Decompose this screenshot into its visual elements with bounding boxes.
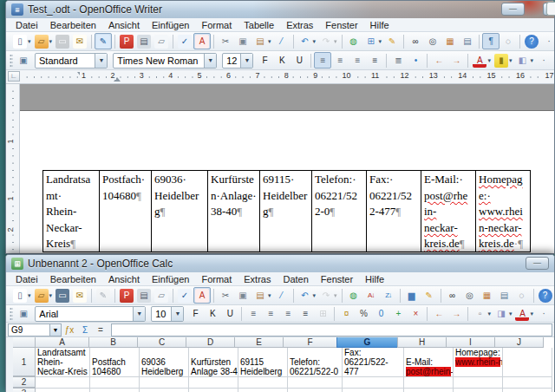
increase-indent-button[interactable]: → [447, 52, 465, 69]
insert-chart-button[interactable]: ▆ [403, 287, 421, 304]
minimize-button[interactable]: — [526, 257, 549, 270]
align-center-button[interactable]: ≡ [262, 305, 279, 322]
data-sources-button[interactable]: ▤ [459, 33, 476, 49]
autospellcheck-button[interactable]: A [193, 33, 211, 49]
cell-j1[interactable] [503, 348, 552, 377]
column-header-a[interactable]: A [35, 337, 89, 348]
equals-icon[interactable]: = [93, 323, 108, 336]
menu-fenster[interactable]: Fenster [319, 20, 363, 30]
email-button[interactable]: ✉ [71, 287, 88, 304]
column-header-i[interactable]: I [446, 337, 495, 348]
numbered-list-button[interactable]: ≣ [389, 52, 407, 69]
styles-window-button[interactable]: ▣ [15, 305, 32, 322]
paste-button[interactable]: ▤▾ [251, 287, 273, 304]
cell-d3[interactable] [189, 389, 238, 392]
column-header-c[interactable]: C [137, 337, 186, 348]
menu-ansicht[interactable]: Ansicht [102, 274, 146, 284]
sort-ascending-button[interactable]: A↓ [362, 287, 380, 304]
table-cell[interactable]: 69115· Heidelber g¶ [259, 170, 312, 252]
data-sources-button[interactable]: ▤ [496, 287, 513, 304]
table-cell[interactable]: Fax:· 06221/52 2-477¶ [366, 170, 421, 252]
menu-ansicht[interactable]: Ansicht [102, 20, 146, 30]
table-cell[interactable]: Kurfürste n·Anlage· 38-40¶ [207, 170, 260, 252]
draw-functions-button[interactable]: ✎ [421, 287, 438, 304]
navigator-button[interactable]: ◎ [424, 33, 441, 49]
cell-c1[interactable]: 69036 Heidelberg [140, 348, 189, 377]
copy-button[interactable]: ▣ [234, 287, 251, 304]
more-button[interactable]: ⋅ [540, 33, 555, 49]
menu-einfugen[interactable]: Einfügen [146, 20, 195, 30]
cut-button[interactable]: ✂ [217, 33, 234, 49]
edit-file-button[interactable]: ✎ [95, 33, 112, 49]
align-right-button[interactable]: ≡ [349, 52, 366, 69]
print-button[interactable]: ▤ [135, 287, 153, 304]
highlighting-button[interactable]: ▮▾ [493, 52, 514, 69]
cell-f3[interactable] [288, 389, 343, 392]
cell-a1[interactable]: Landratsamt Rhein- Neckar-Kreis [36, 348, 90, 377]
format-paintbrush-button[interactable]: ⁄ [273, 33, 291, 49]
font-name-combo[interactable]: Times New Roman ▼ [113, 53, 217, 69]
bold-button[interactable]: F [186, 305, 204, 322]
cell-b3[interactable] [90, 389, 140, 392]
italic-button[interactable]: K [273, 52, 291, 69]
cell-h3[interactable] [404, 389, 454, 392]
column-header-e[interactable]: E [234, 337, 284, 348]
open-folder-button[interactable]: ▱▾ [33, 287, 55, 304]
cell-c3[interactable] [140, 389, 189, 392]
row-header-2[interactable]: 2 [13, 376, 36, 388]
currency-format-button[interactable]: ¤ [337, 305, 355, 322]
menu-einfugen[interactable]: Einfügen [146, 274, 195, 284]
align-justify-button[interactable]: ≡ [297, 305, 314, 322]
cell-i1[interactable]: Homepage: www.rhein-nec [454, 348, 503, 377]
percent-format-button[interactable]: % [355, 305, 372, 322]
new-document-button[interactable]: ▯▾ [11, 287, 33, 304]
copy-button[interactable]: ▣ [234, 33, 251, 49]
open-folder-button[interactable]: ▱▾ [33, 33, 55, 49]
table-cell[interactable]: Telefon:· 06221/52 2-0¶ [311, 170, 367, 252]
cell-e2[interactable] [238, 377, 288, 389]
column-header-b[interactable]: B [88, 337, 138, 348]
print-button[interactable]: ▤ [135, 33, 153, 49]
menu-extras[interactable]: Extras [280, 20, 319, 30]
cell-i3[interactable] [454, 389, 503, 392]
styles-window-button[interactable]: ▣ [15, 52, 32, 69]
cell-e1[interactable]: 69115 Heidelberg [238, 348, 288, 377]
cell-i2[interactable] [454, 377, 503, 389]
minimize-button[interactable]: — [501, 3, 525, 16]
table-cell[interactable]: Postfach· 104680¶ [99, 170, 152, 252]
cell-g1[interactable]: Fax: 06221/522- 477 [343, 348, 404, 377]
underline-button[interactable]: U [221, 305, 238, 322]
help-button[interactable]: ? [537, 287, 554, 304]
column-header-f[interactable]: F [283, 337, 337, 348]
font-color-button[interactable]: A▾ [513, 305, 535, 322]
italic-button[interactable]: K [204, 305, 221, 322]
borders-button[interactable]: ▫▾ [471, 305, 493, 322]
decrease-indent-button[interactable]: ← [430, 52, 447, 69]
find-replace-button[interactable]: ∞ [444, 287, 461, 304]
formula-input-line[interactable] [111, 323, 552, 336]
export-pdf-button[interactable]: P [118, 33, 135, 49]
autospellcheck-button[interactable]: A [193, 287, 211, 304]
align-right-button[interactable]: ≡ [279, 305, 297, 322]
menu-datei[interactable]: Datei [10, 20, 44, 30]
zoom-button[interactable]: ◌ [513, 287, 531, 304]
toolbar-grip[interactable] [10, 54, 13, 68]
email-button[interactable]: ✉ [71, 33, 88, 49]
toolbar-grip[interactable] [10, 307, 13, 321]
standard-format-button[interactable]: 0 [372, 305, 389, 322]
cell-c2[interactable] [140, 377, 189, 389]
sum-icon[interactable]: Σ [77, 323, 93, 336]
align-left-button[interactable]: ≡ [314, 52, 331, 69]
tab-type-selector[interactable]: ∟ [8, 71, 20, 82]
column-header-d[interactable]: D [186, 337, 235, 348]
increase-indent-button[interactable]: → [447, 305, 465, 322]
cut-button[interactable]: ✂ [217, 287, 234, 304]
menu-hilfe[interactable]: Hilfe [364, 20, 395, 30]
gallery-button[interactable]: ▦ [479, 287, 496, 304]
find-replace-button[interactable]: ∞ [407, 33, 424, 49]
undo-button[interactable]: ↶▾ [297, 33, 318, 49]
more-button[interactable]: ⋅ [535, 305, 552, 322]
delete-decimal-button[interactable]: × [407, 305, 424, 322]
cell-f1[interactable]: Telefon: 06221/522-0 [288, 348, 343, 377]
insert-table-button[interactable]: ⊞▾ [362, 33, 384, 49]
